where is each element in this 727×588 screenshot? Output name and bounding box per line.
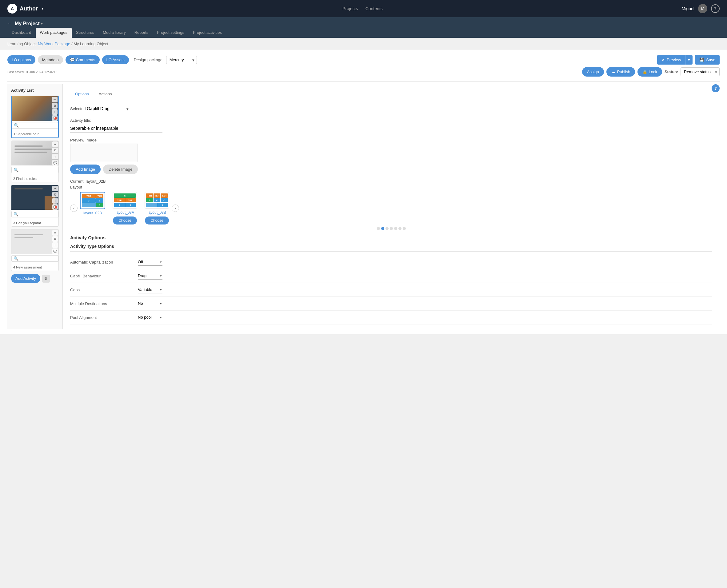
tab-reports[interactable]: Reports — [130, 28, 153, 38]
add-image-button[interactable]: Add Image — [70, 165, 101, 174]
search-input-3[interactable] — [18, 212, 56, 216]
project-row: ← My Project ▾ — [7, 17, 720, 28]
activity-search-1: 🔍 — [12, 122, 58, 129]
list-item[interactable]: ✏ ⧉ ↕ 💬 🔍 4 New assessment — [11, 229, 59, 271]
layout-02b-grid: T&R T&R C S S — [82, 194, 103, 207]
move-icon-3[interactable]: ↕ — [52, 198, 58, 204]
edit-icon-3[interactable]: ✏ — [52, 186, 58, 191]
tab-dashboard[interactable]: Dashboard — [7, 28, 36, 38]
activity-thumb-1: ✏ ⧉ ↕ 💬 — [12, 96, 58, 121]
dot-5[interactable] — [398, 227, 401, 230]
option-label-auto-cap: Automatic Capitalization — [70, 260, 138, 265]
nav-projects[interactable]: Projects — [342, 6, 358, 11]
layout-03a-link[interactable]: layout_03A — [116, 210, 134, 215]
dot-3[interactable] — [390, 227, 393, 230]
edit-icon-2[interactable]: ✏ — [52, 142, 58, 147]
logo-letter: A — [11, 6, 14, 11]
list-item[interactable]: ✏ ⧉ ↕ 💬 🔍 1 Separable or in... — [11, 96, 59, 138]
layout-03a-row3: C C — [114, 203, 136, 207]
secondary-navigation: ← My Project ▾ Dashboard Work packages S… — [0, 17, 727, 38]
copy-activity-button[interactable]: ⧉ — [42, 275, 50, 282]
layout-02b-link[interactable]: layout_02B — [83, 211, 102, 215]
current-layout-label: Current: layout_02B — [70, 179, 712, 184]
preview-dropdown-button[interactable]: ▾ — [685, 55, 692, 65]
layout-03a-row2: T&R T&R — [114, 198, 136, 202]
pool-alignment-select[interactable]: No pool Left Right Bottom — [138, 314, 163, 321]
save-button[interactable]: 💾 Save — [695, 55, 720, 65]
metadata-button[interactable]: Metadata — [38, 55, 63, 64]
selected-select[interactable]: Gapfill Drag Gapfill Type — [87, 104, 130, 113]
dot-6[interactable] — [403, 227, 406, 230]
tab-project-settings[interactable]: Project settings — [152, 28, 189, 38]
tab-media-library[interactable]: Media library — [99, 28, 130, 38]
layout-03a-choose-button[interactable]: Choose — [113, 216, 137, 225]
move-icon-4[interactable]: ↕ — [52, 242, 58, 248]
multiple-dest-select[interactable]: No Yes — [138, 300, 163, 307]
dot-4[interactable] — [394, 227, 397, 230]
carousel-next-button[interactable]: › — [172, 205, 179, 212]
search-input-1[interactable] — [19, 123, 56, 128]
add-activity-button[interactable]: Add Activity — [11, 274, 40, 283]
tab-structures[interactable]: Structures — [72, 28, 99, 38]
tab-options[interactable]: Options — [70, 89, 94, 99]
publish-button[interactable]: ☁ Publish — [606, 67, 635, 77]
layout-03b-choose-button[interactable]: Choose — [145, 216, 169, 225]
image-preview-area — [70, 144, 138, 162]
activity-title-input[interactable] — [70, 124, 163, 133]
app-logo-area: A Author ▾ — [7, 4, 43, 14]
dot-1[interactable] — [381, 227, 384, 230]
nav-contents[interactable]: Contents — [366, 6, 383, 11]
move-icon-1[interactable]: ↕ — [52, 109, 58, 115]
copy-icon-1[interactable]: ⧉ — [52, 103, 58, 109]
comments-button[interactable]: 💬 Comments — [65, 55, 99, 64]
search-input-4[interactable] — [18, 256, 56, 261]
layout-items: T&R T&R C S S — [80, 192, 169, 225]
layout-02b-row1: T&R T&R — [82, 194, 103, 198]
edit-icon-4[interactable]: ✏ — [52, 230, 58, 235]
layout-03b-grid: T&R T&R T&R S C C — [146, 193, 168, 207]
preview-button[interactable]: ✕ Preview — [657, 55, 685, 65]
tab-work-packages[interactable]: Work packages — [36, 28, 72, 38]
edit-icon-1[interactable]: ✏ — [52, 97, 58, 102]
tab-project-activities[interactable]: Project activities — [189, 28, 226, 38]
list-item[interactable]: ✏ ⧉ ↕ 💬 🔍 2 Find the rules — [11, 141, 59, 182]
breadcrumb-current: My Learning Object — [74, 42, 108, 46]
assign-button[interactable]: Assign — [582, 67, 604, 77]
design-package-select[interactable]: Mercury Apollo — [166, 56, 197, 64]
tab-actions[interactable]: Actions — [94, 89, 117, 99]
dot-2[interactable] — [386, 227, 389, 230]
project-dropdown-icon[interactable]: ▾ — [41, 22, 43, 26]
gaps-select[interactable]: Variable Fixed — [138, 286, 163, 293]
app-title: Author — [20, 5, 38, 12]
list-item[interactable]: ✏ ⧉ ↕ 💬 🔍 3 Can you separat... — [11, 185, 59, 227]
layout-03b-link[interactable]: layout_03B — [148, 210, 166, 215]
layout-03b-visual: T&R T&R T&R S C C — [145, 192, 169, 209]
search-input-2[interactable] — [18, 168, 56, 172]
app-title-dropdown-icon[interactable]: ▾ — [42, 6, 43, 11]
option-label-pool-alignment: Pool Alignment — [70, 315, 138, 320]
layout-03a-row1: S — [114, 193, 136, 198]
comment-icon-2[interactable]: 💬 — [52, 160, 58, 165]
layout-03b-row2: S C C — [146, 198, 168, 202]
back-arrow-icon[interactable]: ← — [7, 21, 12, 26]
help-circle-button[interactable]: ? — [712, 84, 720, 92]
gapfill-select[interactable]: Drag Type — [138, 272, 163, 279]
copy-icon-3[interactable]: ⧉ — [52, 192, 58, 197]
lo-options-button[interactable]: LO options — [7, 55, 35, 64]
copy-icon-4[interactable]: ⧉ — [52, 236, 58, 242]
comment-icon-4[interactable]: 💬 — [52, 249, 58, 254]
layout-02b-row2: C S — [82, 198, 103, 203]
lo-assets-button[interactable]: LO Assets — [102, 55, 129, 64]
help-button[interactable]: ? — [711, 4, 720, 13]
auto-cap-select[interactable]: Off On — [138, 258, 163, 266]
status-select[interactable]: Remove status Draft Review Published — [681, 67, 720, 76]
move-icon-2[interactable]: ↕ — [52, 154, 58, 159]
user-avatar[interactable]: M — [698, 4, 707, 13]
delete-image-button[interactable]: Delete Image — [103, 165, 138, 174]
carousel-prev-button[interactable]: ‹ — [70, 205, 78, 212]
dot-0[interactable] — [377, 227, 380, 230]
layout-03b-row1: T&R T&R T&R — [146, 193, 168, 198]
lock-button[interactable]: 🔒 Lock — [638, 67, 662, 77]
copy-icon-2[interactable]: ⧉ — [52, 148, 58, 153]
breadcrumb-work-package-link[interactable]: My Work Package — [38, 42, 70, 46]
